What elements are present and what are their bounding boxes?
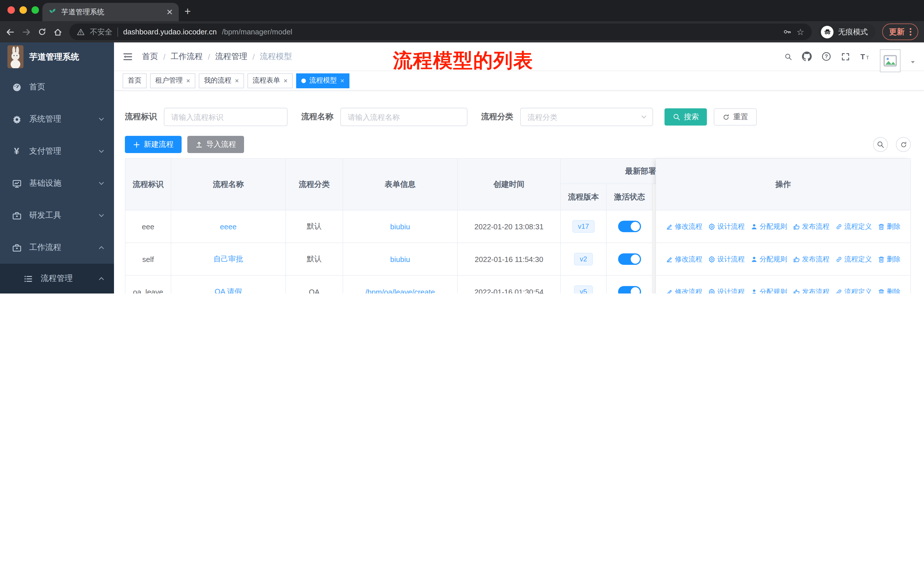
action-assign[interactable]: 分配规则 (751, 287, 787, 293)
hamburger-icon[interactable] (122, 51, 133, 62)
tab-title: 芋道管理系统 (61, 7, 162, 17)
minimize-window-button[interactable] (20, 6, 27, 14)
filter-name-input[interactable] (340, 108, 467, 126)
action-design[interactable]: 设计流程 (708, 254, 745, 264)
help-icon[interactable]: ? (822, 51, 831, 61)
delete-icon (878, 223, 885, 230)
cell-form-info-link[interactable]: biubiu (343, 210, 458, 243)
action-publish[interactable]: 发布流程 (793, 254, 830, 264)
action-publish[interactable]: 发布流程 (793, 287, 830, 293)
font-size-icon[interactable]: TT (860, 52, 870, 61)
action-delete[interactable]: 删除 (878, 287, 901, 293)
search-icon[interactable] (784, 53, 792, 61)
version-badge[interactable]: v17 (572, 220, 595, 233)
action-definition[interactable]: 流程定义 (835, 222, 872, 231)
tag-label: 租户管理 (155, 76, 183, 85)
cell-process-category: 默认 (286, 243, 343, 276)
active-toggle[interactable] (618, 286, 641, 293)
cell-form-info-link[interactable]: /bpm/oa/leave/create (343, 276, 458, 293)
back-icon[interactable] (6, 27, 15, 36)
version-badge[interactable]: v2 (574, 253, 592, 265)
action-edit[interactable]: 修改流程 (666, 254, 702, 264)
version-badge[interactable]: v5 (574, 286, 592, 293)
action-design[interactable]: 设计流程 (708, 287, 745, 293)
create-process-button[interactable]: 新建流程 (125, 136, 182, 153)
user-avatar[interactable] (880, 49, 901, 72)
sidebar-item-1[interactable]: 系统管理 (0, 103, 114, 135)
tag-3[interactable]: 流程表单× (248, 73, 293, 88)
action-assign[interactable]: 分配规则 (751, 222, 787, 231)
action-label: 设计流程 (717, 254, 745, 264)
sidebar-item-4[interactable]: 研发工具 (0, 200, 114, 231)
cell-process-key: self (125, 243, 171, 276)
zoom-window-button[interactable] (31, 6, 39, 14)
action-definition[interactable]: 流程定义 (835, 287, 872, 293)
address-bar[interactable]: 不安全 dashboard.yudao.iocoder.cn/bpm/manag… (69, 23, 812, 40)
bookmark-star-icon[interactable]: ☆ (797, 26, 804, 37)
new-tab-button[interactable]: + (185, 3, 191, 20)
browser-menu-icon[interactable] (910, 28, 911, 36)
breadcrumb-item-2[interactable]: 流程管理 (215, 51, 248, 62)
home-icon[interactable] (53, 27, 63, 36)
action-publish[interactable]: 发布流程 (793, 222, 830, 231)
action-edit[interactable]: 修改流程 (666, 287, 702, 293)
cell-active-status (607, 210, 653, 243)
close-icon[interactable]: × (284, 76, 287, 84)
tab-close-icon[interactable]: ✕ (167, 7, 173, 17)
filter-category-select[interactable] (520, 108, 653, 126)
actions-row-1: 修改流程设计流程分配规则发布流程流程定义删除 (656, 243, 910, 276)
reload-icon[interactable] (38, 28, 46, 36)
browser-tab[interactable]: 芋道管理系统 ✕ (42, 3, 179, 21)
cell-process-version: v17 (561, 210, 607, 243)
browser-update-button[interactable]: 更新 (882, 23, 918, 40)
reset-button[interactable]: 重置 (714, 108, 757, 126)
breadcrumb[interactable]: 首页/工作流程/流程管理/流程模型 (142, 51, 292, 62)
cell-process-name-link[interactable]: 自己审批 (171, 243, 286, 276)
active-toggle[interactable] (618, 221, 641, 232)
sidebar-item-2[interactable]: ¥支付管理 (0, 135, 114, 167)
action-delete[interactable]: 删除 (878, 254, 901, 264)
action-definition[interactable]: 流程定义 (835, 254, 872, 264)
fullscreen-icon[interactable] (841, 52, 850, 61)
action-assign[interactable]: 分配规则 (751, 254, 787, 264)
breadcrumb-item-1[interactable]: 工作流程 (171, 51, 203, 62)
refresh-table-button[interactable] (896, 137, 911, 152)
breadcrumb-item-0[interactable]: 首页 (142, 51, 158, 62)
filter-key-input[interactable] (164, 108, 287, 126)
sidebar-item-3[interactable]: 基础设施 (0, 167, 114, 200)
search-button[interactable]: 搜索 (665, 108, 707, 126)
edit-icon (666, 288, 673, 293)
design-icon (708, 288, 716, 293)
show-search-toggle-button[interactable] (873, 137, 888, 152)
github-icon[interactable] (802, 51, 812, 61)
action-edit[interactable]: 修改流程 (666, 222, 702, 231)
import-process-button[interactable]: 导入流程 (187, 136, 244, 153)
avatar-caret-icon[interactable] (910, 60, 916, 65)
key-icon[interactable] (783, 28, 791, 36)
close-window-button[interactable] (7, 6, 15, 14)
tag-4[interactable]: 流程模型× (296, 73, 350, 88)
tag-2[interactable]: 我的流程× (199, 73, 244, 88)
sidebar-item-6[interactable]: 流程管理 (0, 264, 114, 293)
window-controls[interactable] (7, 6, 39, 14)
cell-form-info-link[interactable]: biubiu (343, 243, 458, 276)
active-toggle[interactable] (618, 253, 641, 265)
sidebar-item-5[interactable]: 工作流程 (0, 231, 114, 264)
header-actions: 操作 (656, 159, 910, 210)
table-row-0: eeeeeee默认biubiu2022-01-20 13:08:31v17 (125, 210, 652, 243)
close-icon[interactable]: × (186, 76, 190, 84)
forward-icon[interactable] (22, 27, 31, 36)
close-icon[interactable]: × (340, 76, 344, 84)
close-icon[interactable]: × (235, 76, 239, 84)
filter-category-input[interactable] (520, 108, 653, 126)
cell-process-name-link[interactable]: OA 请假 (171, 276, 286, 293)
tag-0[interactable]: 首页 (122, 73, 147, 88)
action-design[interactable]: 设计流程 (708, 222, 745, 231)
cell-process-name-link[interactable]: eeee (171, 210, 286, 243)
tags-view-bar: 首页租户管理×我的流程×流程表单×流程模型× (114, 71, 924, 91)
action-delete[interactable]: 删除 (878, 222, 901, 231)
tag-1[interactable]: 租户管理× (150, 73, 195, 88)
url-divider (117, 27, 118, 36)
edit-icon (666, 223, 673, 230)
sidebar-item-0[interactable]: 首页 (0, 71, 114, 103)
